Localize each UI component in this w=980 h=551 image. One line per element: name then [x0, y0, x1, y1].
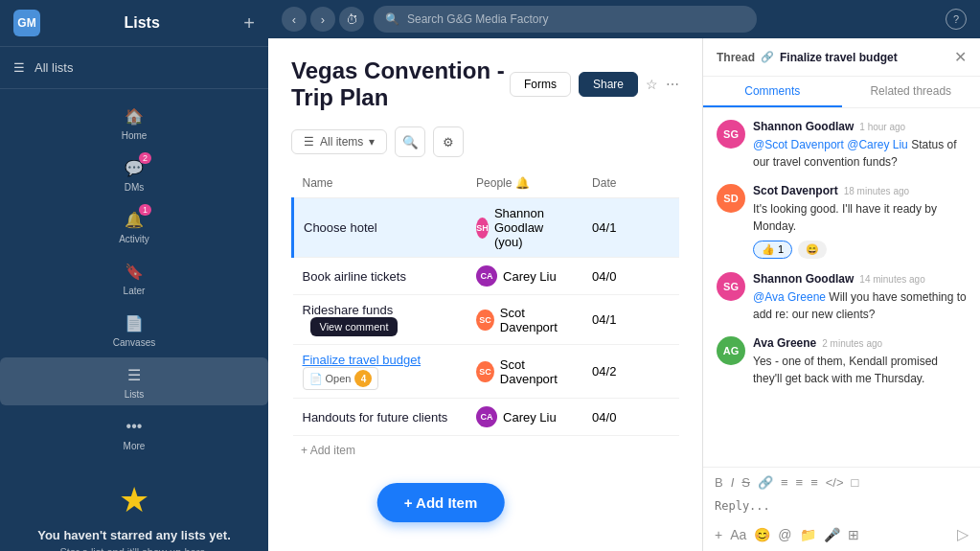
- send-button[interactable]: ▷: [957, 525, 969, 543]
- search-bar[interactable]: 🔍: [374, 6, 757, 33]
- topbar: ‹ › ⏱ 🔍 ?: [268, 0, 980, 38]
- workspace-logo: GM: [13, 10, 40, 36]
- task-name: Finalize travel budget: [303, 353, 422, 367]
- sidebar-header: GM Lists +: [0, 0, 268, 47]
- sidebar-icon-nav: 🏠 Home 💬 2 DMs 🔔 1 Activity 🔖 Later 📄 Ca…: [0, 89, 268, 467]
- sidebar-item-activity[interactable]: 🔔 1 Activity: [0, 202, 268, 250]
- history-button[interactable]: ⏱: [339, 7, 364, 32]
- sidebar-item-all-lists[interactable]: ☰ All lists: [0, 55, 268, 80]
- task-date-cell: 04/1: [582, 198, 679, 258]
- indent-button[interactable]: ≡: [781, 475, 788, 490]
- sidebar-item-canvases[interactable]: 📄 Canvases: [0, 306, 268, 354]
- strikethrough-button[interactable]: S: [741, 475, 750, 490]
- list-button[interactable]: ≡: [796, 475, 804, 490]
- task-name-cell[interactable]: Book airline tickets: [293, 258, 467, 295]
- no-starred-subtitle: Star a list and it'll show up here.: [13, 546, 255, 551]
- task-name-cell[interactable]: Rideshare fundsView comment: [293, 295, 467, 345]
- forward-button[interactable]: ›: [310, 7, 335, 32]
- person-avatar: SC: [476, 361, 494, 382]
- forms-button[interactable]: Forms: [510, 72, 571, 97]
- composer-actions: + Aa 😊 @ 📁 🎤 ⊞ ▷: [715, 519, 969, 543]
- list-header: Vegas Convention - Trip Plan Forms Share…: [291, 57, 679, 111]
- folder-icon[interactable]: 📁: [800, 527, 816, 542]
- star-icon: ★: [13, 480, 255, 520]
- message-content: Scot Davenport 18 minutes ago It's looki…: [753, 184, 967, 259]
- message-header: Scot Davenport 18 minutes ago: [753, 184, 967, 197]
- mic-icon[interactable]: 🎤: [824, 527, 840, 542]
- snippet-icon[interactable]: ⊞: [848, 527, 859, 542]
- sidebar-item-more[interactable]: ••• More: [0, 409, 268, 457]
- message-time: 2 minutes ago: [822, 338, 882, 349]
- filter-icon: ⚙: [443, 135, 454, 149]
- message-content: Ava Greene 2 minutes ago Yes - one of th…: [753, 336, 967, 387]
- filter-dropdown[interactable]: ☰ All items ▾: [291, 129, 387, 154]
- no-starred-title: You haven't starred any lists yet.: [13, 528, 255, 542]
- filter-label: All items: [320, 135, 363, 149]
- activity-icon: 🔔 1: [123, 208, 146, 231]
- col-header-people: People 🔔: [467, 169, 582, 198]
- link-button[interactable]: 🔗: [758, 475, 773, 490]
- col-header-name: Name: [293, 169, 467, 198]
- task-name-cell[interactable]: Finalize travel budget 📄 Open 4: [293, 345, 467, 399]
- task-name-cell[interactable]: Handouts for future clients: [293, 399, 467, 436]
- home-icon: 🏠: [123, 104, 146, 127]
- thread-link-icon: 🔗: [761, 51, 774, 63]
- person-cell: SH Shannon Goodlaw (you): [476, 206, 573, 249]
- tasks-table: Name People 🔔 Date Choose hotel SH Shann…: [291, 169, 679, 436]
- lists-icon: ☰: [123, 363, 146, 386]
- add-icon[interactable]: +: [715, 527, 722, 542]
- add-item-fab-button[interactable]: + Add Item: [377, 483, 505, 522]
- message-time: 18 minutes ago: [844, 186, 909, 196]
- sidebar: GM Lists + ☰ All lists 🏠 Home 💬 2 DMs 🔔 …: [0, 0, 268, 551]
- dm-icon: 💬 2: [123, 156, 146, 179]
- person-cell: SC Scot Davenport: [476, 357, 573, 386]
- table-row[interactable]: Rideshare fundsView comment SC Scot Dave…: [293, 295, 680, 345]
- comment-count-badge: 4: [354, 370, 372, 387]
- font-icon[interactable]: Aa: [730, 527, 746, 542]
- thread-label: Thread: [717, 51, 755, 64]
- back-button[interactable]: ‹: [282, 7, 307, 32]
- task-date-cell: 04/2: [582, 345, 679, 399]
- search-input[interactable]: [407, 12, 745, 26]
- thread-composer: B I S 🔗 ≡ ≡ ≡ </> □ + Aa 😊 @ 📁: [703, 467, 980, 551]
- share-button[interactable]: Share: [579, 72, 638, 97]
- message-body: @Scot Davenport @Carey Liu Status of our…: [753, 136, 967, 171]
- bold-button[interactable]: B: [715, 475, 723, 490]
- add-list-button[interactable]: +: [243, 12, 255, 34]
- italic-button[interactable]: I: [731, 475, 735, 490]
- star-list-button[interactable]: ☆: [646, 77, 658, 92]
- task-name-cell[interactable]: Choose hotel: [293, 198, 467, 258]
- code-button[interactable]: </>: [826, 475, 844, 490]
- task-name: Choose hotel: [304, 220, 377, 235]
- table-row[interactable]: Finalize travel budget 📄 Open 4 SC Scot …: [293, 345, 680, 399]
- reaction-button[interactable]: 👍 1: [753, 241, 792, 259]
- table-controls: ☰ All items ▾ 🔍 ⚙: [291, 126, 679, 157]
- sidebar-item-later[interactable]: 🔖 Later: [0, 254, 268, 302]
- table-row[interactable]: Handouts for future clients CA Carey Liu…: [293, 399, 680, 436]
- close-thread-button[interactable]: ✕: [954, 48, 967, 66]
- search-table-button[interactable]: 🔍: [395, 126, 425, 157]
- sidebar-item-dms[interactable]: 💬 2 DMs: [0, 150, 268, 198]
- table-row[interactable]: Choose hotel SH Shannon Goodlaw (you) 04…: [293, 198, 680, 258]
- message-header: Ava Greene 2 minutes ago: [753, 336, 967, 350]
- reply-input[interactable]: [715, 495, 969, 517]
- ordered-list-button[interactable]: ≡: [810, 475, 818, 490]
- tab-related-threads[interactable]: Related threads: [842, 77, 981, 107]
- person-cell: SC Scot Davenport: [476, 306, 573, 334]
- mention-icon[interactable]: @: [778, 527, 791, 542]
- message-time: 1 hour ago: [859, 122, 905, 132]
- task-name: Handouts for future clients: [303, 410, 448, 425]
- filter-options-button[interactable]: ⚙: [433, 126, 464, 157]
- task-people-cell: SC Scot Davenport: [467, 295, 582, 345]
- table-row[interactable]: Book airline tickets CA Carey Liu 04/0: [293, 258, 680, 295]
- help-button[interactable]: ?: [946, 9, 967, 30]
- more-options-button[interactable]: ⋯: [666, 77, 679, 92]
- emoji-icon[interactable]: 😊: [754, 527, 770, 542]
- task-date-cell: 04/0: [582, 258, 679, 295]
- block-button[interactable]: □: [852, 475, 859, 490]
- tab-comments[interactable]: Comments: [703, 77, 842, 107]
- sidebar-item-lists[interactable]: ☰ Lists: [0, 357, 268, 405]
- add-item-row[interactable]: + Add item: [291, 436, 679, 465]
- reaction-button[interactable]: 😄: [798, 241, 827, 259]
- sidebar-item-home[interactable]: 🏠 Home: [0, 99, 268, 147]
